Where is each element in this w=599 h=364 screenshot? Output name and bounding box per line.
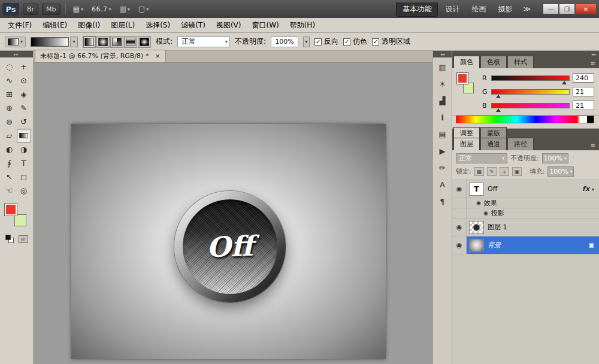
- default-colors-icon[interactable]: [5, 235, 14, 243]
- radial-gradient-button[interactable]: [96, 36, 110, 48]
- text-layer-thumbnail[interactable]: T: [469, 183, 484, 196]
- info-panel-icon[interactable]: ℹ: [435, 110, 450, 125]
- visibility-eye-icon[interactable]: ◉: [483, 210, 488, 216]
- lasso-tool[interactable]: ∿: [2, 74, 17, 87]
- zoom-tool[interactable]: ◎: [17, 184, 31, 198]
- workspace-design-button[interactable]: 设计: [440, 2, 464, 16]
- screen-mode-button[interactable]: ▢ ▾: [136, 4, 151, 14]
- tab-styles[interactable]: 样式: [507, 56, 534, 68]
- green-channel-input[interactable]: 21: [573, 87, 594, 96]
- workspace-overflow-icon[interactable]: ≫: [519, 5, 534, 13]
- foreground-color-swatch[interactable]: [5, 204, 17, 216]
- visibility-eye-icon[interactable]: ◉: [452, 236, 467, 254]
- crop-tool[interactable]: ⊞: [2, 87, 17, 101]
- history-brush-tool[interactable]: ↺: [17, 115, 31, 129]
- visibility-eye-icon[interactable]: ◉: [452, 219, 467, 236]
- brush-panel-icon[interactable]: ✏: [435, 160, 450, 175]
- reflected-gradient-button[interactable]: [124, 36, 137, 48]
- tab-channels[interactable]: 通道: [480, 138, 507, 150]
- effects-row[interactable]: ◉ 效果: [452, 198, 599, 208]
- tool-preset-picker[interactable]: ▾: [5, 37, 26, 47]
- layer-name[interactable]: 背景: [488, 241, 501, 250]
- launch-mini-bridge-button[interactable]: Mb: [42, 4, 60, 15]
- layer1-thumbnail[interactable]: [469, 221, 484, 234]
- tab-paths[interactable]: 路径: [507, 138, 534, 150]
- navigator-panel-icon[interactable]: ▥: [435, 60, 450, 74]
- move-tool[interactable]: +: [17, 60, 31, 74]
- menu-window[interactable]: 窗口(W): [246, 19, 284, 32]
- healing-brush-tool[interactable]: ⊕: [2, 101, 17, 115]
- rectangular-marquee-tool[interactable]: ◌: [2, 60, 17, 74]
- hand-tool[interactable]: ☜: [2, 184, 17, 198]
- arrange-documents-button[interactable]: ▦ ▾: [71, 4, 86, 14]
- blend-mode-select[interactable]: 正常 ▾: [177, 37, 230, 47]
- pen-tool[interactable]: ∮: [2, 156, 17, 170]
- canvas[interactable]: Off: [71, 124, 386, 359]
- layer-row-off[interactable]: ◉ T Off fx ▴: [452, 180, 599, 198]
- quick-selection-tool[interactable]: ⊙: [17, 74, 31, 87]
- styles-panel-icon[interactable]: ▤: [435, 127, 450, 141]
- slider-marker-icon[interactable]: [496, 108, 501, 112]
- background-color-swatch[interactable]: [463, 83, 474, 93]
- adjustments-panel-icon[interactable]: ☀: [435, 77, 450, 91]
- launch-bridge-button[interactable]: Br: [23, 4, 38, 15]
- visibility-eye-icon[interactable]: ◉: [476, 200, 481, 206]
- blue-channel-slider[interactable]: [491, 103, 570, 108]
- gradient-preview[interactable]: [31, 37, 69, 47]
- menu-layer[interactable]: 图层(L): [105, 19, 140, 32]
- close-icon[interactable]: ×: [155, 53, 160, 59]
- opacity-slider-button[interactable]: ▾: [303, 37, 310, 47]
- layer-opacity-input[interactable]: 100% ▾: [542, 153, 568, 163]
- restore-button[interactable]: ❐: [559, 4, 575, 14]
- menu-view[interactable]: 视图(V): [211, 19, 247, 32]
- dither-checkbox[interactable]: ✓: [343, 38, 350, 46]
- linear-gradient-button[interactable]: [83, 36, 96, 48]
- histogram-panel-icon[interactable]: ▟: [435, 93, 450, 108]
- lock-position-button[interactable]: +: [500, 167, 509, 176]
- layer-blend-mode-select[interactable]: 正常 ▾: [456, 153, 507, 163]
- lock-transparency-button[interactable]: ▩: [474, 167, 484, 176]
- layer-fill-input[interactable]: 100% ▾: [547, 166, 574, 177]
- tab-layers[interactable]: 图层: [453, 138, 480, 150]
- blur-tool[interactable]: ◐: [2, 142, 17, 156]
- visibility-eye-icon[interactable]: ◉: [452, 180, 467, 198]
- tab-swatches[interactable]: 色板: [480, 56, 507, 68]
- menu-file[interactable]: 文件(F): [2, 19, 37, 32]
- foreground-color-swatch[interactable]: [457, 73, 468, 84]
- green-channel-slider[interactable]: [491, 89, 570, 95]
- gradient-tool[interactable]: [17, 129, 31, 142]
- actions-panel-icon[interactable]: ▶: [435, 144, 450, 158]
- brush-tool[interactable]: ✎: [17, 101, 31, 115]
- reverse-checkbox[interactable]: ✓: [314, 38, 322, 46]
- drop-shadow-row[interactable]: ◉ 投影: [452, 208, 599, 219]
- quick-mask-mode-button[interactable]: ◎: [19, 235, 28, 243]
- background-color-swatch[interactable]: [14, 214, 26, 226]
- layer-row-layer1[interactable]: ◉ 图层 1: [452, 219, 599, 236]
- rectangle-tool[interactable]: ◻: [17, 170, 31, 184]
- menu-image[interactable]: 图像(I): [72, 19, 105, 32]
- transparency-checkbox[interactable]: ✓: [372, 38, 379, 46]
- workspace-photography-button[interactable]: 摄影: [493, 2, 517, 16]
- menu-edit[interactable]: 编辑(E): [37, 19, 72, 32]
- eraser-tool[interactable]: ▱: [2, 129, 17, 142]
- eyedropper-tool[interactable]: ◈: [17, 87, 31, 101]
- gradient-picker-button[interactable]: ▾: [70, 37, 78, 47]
- character-panel-icon[interactable]: A: [435, 177, 450, 192]
- minimize-button[interactable]: —: [543, 4, 559, 14]
- menu-help[interactable]: 帮助(H): [285, 19, 320, 32]
- diamond-gradient-button[interactable]: [138, 36, 151, 48]
- chevron-up-icon[interactable]: ▴: [592, 186, 594, 192]
- slider-marker-icon[interactable]: [562, 81, 567, 84]
- layer-name[interactable]: 图层 1: [488, 223, 507, 232]
- layer-effects-badge[interactable]: fx ▴: [582, 185, 599, 193]
- menu-select[interactable]: 选择(S): [140, 19, 176, 32]
- workspace-painting-button[interactable]: 绘画: [467, 2, 491, 16]
- path-selection-tool[interactable]: ↖: [2, 170, 17, 184]
- lock-all-button[interactable]: ▣: [512, 167, 522, 176]
- background-layer-thumbnail[interactable]: [469, 239, 484, 252]
- paragraph-panel-icon[interactable]: ¶: [435, 194, 450, 208]
- menu-filter[interactable]: 滤镜(T): [176, 19, 211, 32]
- icon-dock-collapse-icon[interactable]: ◂◂: [433, 51, 452, 57]
- layer-name[interactable]: Off: [488, 185, 497, 193]
- type-tool[interactable]: T: [17, 156, 31, 170]
